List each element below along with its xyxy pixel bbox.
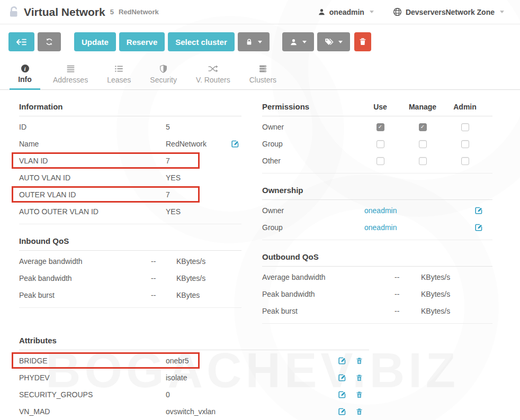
info-row-auto-vlan-id: AUTO VLAN ID YES [19, 169, 241, 186]
owner-link[interactable]: oneadmin [364, 206, 397, 215]
attributes-section: Attributes BRIDGE onebr5 PHYDEV isolate [19, 328, 369, 420]
edit-icon[interactable] [338, 373, 346, 382]
info-row-auto-outer-vlan-id: AUTO OUTER VLAN ID YES [19, 203, 241, 220]
info-icon: i [21, 65, 29, 72]
refresh-button[interactable] [38, 32, 61, 51]
shuffle-icon [208, 65, 218, 73]
servers-icon [258, 65, 267, 73]
other-use-checkbox[interactable] [376, 157, 384, 165]
attribute-row-phydev: PHYDEV isolate [19, 369, 369, 386]
reserve-button[interactable]: Reserve [119, 32, 165, 51]
chevron-down-icon [370, 11, 374, 13]
ownership-row-group: Group oneadmin [262, 219, 492, 236]
edit-icon[interactable] [338, 390, 346, 399]
qos-row: Average bandwidth -- KBytes/s [19, 253, 241, 270]
info-row-vlan-id: VLAN ID 7 [19, 152, 241, 169]
section-title: Permissions [262, 102, 359, 111]
edit-icon[interactable] [474, 223, 483, 232]
ownership-section: Ownership Owner oneadmin Group oneadmin [262, 178, 492, 240]
delete-button[interactable] [354, 32, 371, 51]
zone-menu-label: DevserversNetwork Zone [406, 8, 495, 16]
trash-icon[interactable] [356, 408, 363, 416]
trash-icon [359, 38, 366, 46]
chevron-down-icon [302, 41, 307, 43]
person-icon [290, 38, 298, 46]
edit-icon[interactable] [231, 140, 239, 148]
information-section: Information ID 5 Name RedNetwork [19, 94, 241, 224]
chevron-down-icon [258, 41, 262, 43]
qos-row: Peak bandwidth -- KBytes/s [19, 270, 241, 287]
permissions-section: Permissions Use Manage Admin Owner [262, 94, 492, 174]
chevron-down-icon [500, 11, 504, 13]
unlock-icon [7, 6, 20, 19]
ownership-dropdown-button[interactable] [282, 32, 314, 51]
permission-row-group: Group [262, 135, 492, 152]
edit-icon[interactable] [474, 206, 483, 215]
user-menu[interactable]: oneadmin [318, 8, 374, 16]
top-navbar: Virtual Network 5 RedNetwork oneadmin De… [0, 0, 520, 24]
trash-icon[interactable] [356, 391, 363, 399]
edit-icon[interactable] [338, 407, 346, 416]
group-admin-checkbox[interactable] [461, 140, 469, 148]
update-button[interactable]: Update [74, 32, 116, 51]
group-manage-checkbox[interactable] [419, 140, 427, 148]
section-title: Ownership [262, 178, 492, 200]
attribute-row-bridge: BRIDGE onebr5 [19, 352, 369, 369]
attribute-row-vn-mad: VN_MAD ovswitch_vxlan [19, 403, 369, 420]
info-row-outer-vlan-id: OUTER VLAN ID 7 [19, 186, 241, 203]
other-admin-checkbox[interactable] [461, 157, 469, 165]
other-manage-checkbox[interactable] [419, 157, 427, 165]
group-use-checkbox[interactable] [376, 140, 384, 148]
tab-security[interactable]: Security [144, 62, 183, 89]
lock-icon [245, 38, 253, 46]
resource-id: 5 [110, 8, 114, 16]
back-list-icon [16, 38, 27, 47]
labels-dropdown-button[interactable] [317, 32, 350, 51]
edit-icon[interactable] [338, 357, 346, 365]
qos-row: Average bandwidth -- KBytes/s [262, 269, 492, 286]
outbound-qos-section: Outbound QoS Average bandwidth -- KBytes… [262, 244, 492, 324]
owner-admin-checkbox[interactable] [461, 123, 469, 131]
info-row-id: ID 5 [19, 118, 241, 135]
tab-clusters[interactable]: Clusters [243, 62, 283, 89]
tab-vrouters[interactable]: V. Routers [190, 62, 237, 89]
detail-tabs: i Info Addresses Leases Security V. Rout… [0, 58, 520, 90]
shield-icon [159, 65, 168, 73]
back-to-list-button[interactable] [8, 32, 34, 51]
user-icon [318, 8, 326, 16]
trash-icon[interactable] [356, 357, 363, 365]
resource-type-title: Virtual Network [24, 6, 105, 19]
section-title: Inbound QoS [19, 229, 241, 251]
permission-row-owner: Owner [262, 118, 492, 135]
page-title: Virtual Network 5 RedNetwork [7, 6, 159, 19]
inbound-qos-section: Inbound QoS Average bandwidth -- KBytes/… [19, 229, 241, 308]
select-cluster-button[interactable]: Select cluster [168, 32, 235, 51]
tab-info[interactable]: i Info [10, 62, 40, 89]
chevron-down-icon [338, 41, 343, 43]
tab-leases[interactable]: Leases [101, 62, 137, 89]
trash-icon[interactable] [356, 374, 363, 382]
refresh-icon [45, 38, 53, 46]
owner-manage-checkbox[interactable] [419, 123, 427, 131]
permission-row-other: Other [262, 152, 492, 169]
tab-addresses[interactable]: Addresses [47, 62, 94, 89]
address-list-icon [66, 65, 75, 73]
tags-icon [325, 38, 334, 46]
attribute-row-security-groups: SECURITY_GROUPS 0 [19, 386, 369, 403]
action-toolbar: Update Reserve Select cluster [0, 24, 520, 58]
ownership-row-owner: Owner oneadmin [262, 202, 492, 219]
user-menu-label: oneadmin [329, 8, 364, 16]
owner-use-checkbox[interactable] [376, 123, 384, 131]
section-title: Outbound QoS [262, 244, 492, 267]
globe-icon [393, 7, 402, 16]
qos-row: Peak burst -- KBytes/s [262, 303, 492, 319]
group-link[interactable]: oneadmin [364, 223, 397, 232]
info-row-name: Name RedNetwork [19, 135, 241, 152]
zone-menu[interactable]: DevserversNetwork Zone [393, 7, 504, 16]
resource-name: RedNetwork [119, 8, 159, 16]
qos-row: Peak burst -- KBytes [19, 287, 241, 304]
lock-dropdown-button[interactable] [238, 32, 270, 51]
leases-list-icon [114, 65, 123, 73]
section-title: Information [19, 94, 241, 116]
section-title: Attributes [19, 328, 369, 350]
